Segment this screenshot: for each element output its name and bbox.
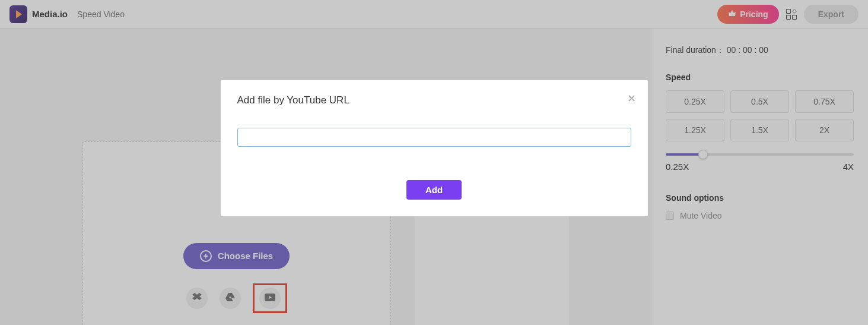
youtube-url-input[interactable] [237, 128, 631, 147]
modal-close-button[interactable]: ✕ [627, 92, 636, 105]
modal-footer: Add [237, 180, 631, 200]
modal-overlay[interactable]: Add file by YouTube URL ✕ Add [0, 0, 868, 325]
modal-title: Add file by YouTube URL [237, 94, 631, 106]
youtube-url-modal: Add file by YouTube URL ✕ Add [221, 80, 648, 216]
add-button[interactable]: Add [406, 180, 462, 200]
close-icon: ✕ [627, 93, 636, 105]
